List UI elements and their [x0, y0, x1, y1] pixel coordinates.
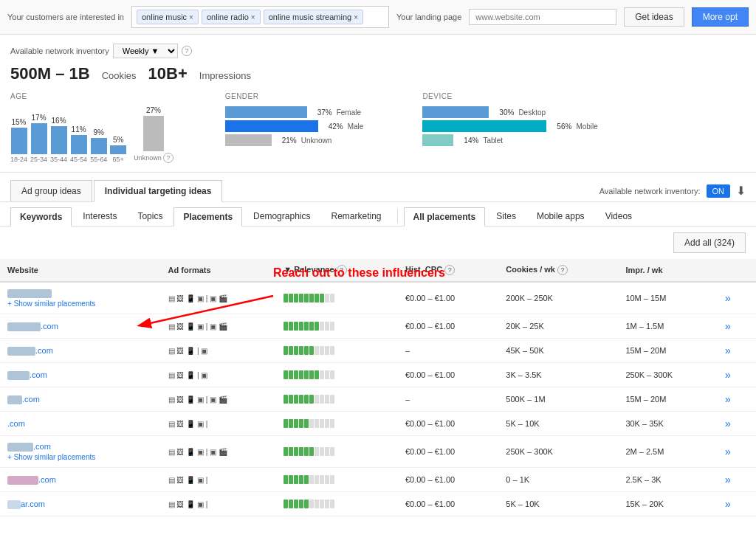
show-similar-1[interactable]: Show similar placements: [7, 300, 154, 308]
tag-online-music-remove[interactable]: ×: [189, 13, 193, 21]
row-action-8[interactable]: »: [722, 472, 734, 487]
table-row: .com ▤ 🖼 📱 ▣ | ▣ 🎬: [0, 314, 756, 339]
get-ideas-button[interactable]: Get ideas: [624, 7, 684, 27]
cookies-impressions: 500M – 1B Cookies 10B+ Impressions: [10, 64, 746, 83]
tag-online-radio-remove[interactable]: ×: [251, 13, 255, 21]
sub-tab-videos[interactable]: Videos: [596, 207, 642, 226]
table-row: .com Show similar placements ▤ 🖼 📱 ▣ | ▣…: [0, 436, 756, 468]
relevance-cell: [276, 387, 398, 412]
network-period-dropdown[interactable]: Weekly ▼: [113, 44, 178, 58]
gender-title: GENDER: [225, 92, 364, 100]
sub-tab-remarketing[interactable]: Remarketing: [321, 207, 391, 226]
col-relevance[interactable]: ▼ Relevance ?: [276, 259, 398, 282]
cookies-help[interactable]: ?: [557, 265, 568, 275]
tag-online-music[interactable]: online music ×: [137, 10, 199, 24]
sub-tab-all-placements[interactable]: All placements: [404, 207, 486, 227]
interest-label: Your customers are interested in: [7, 13, 124, 21]
ad-formats-cell: ▤ 🖼 📱 ▣ | ▣ 🎬: [161, 282, 277, 314]
add-all-row: Add all (324): [0, 227, 756, 259]
relevance-cell: [276, 436, 398, 468]
age-unknown: 27% Unknown ?: [134, 106, 173, 163]
device-row-desktop: 30% Desktop: [422, 106, 597, 118]
download-icon[interactable]: ⬇: [736, 184, 746, 198]
ad-formats-cell: ▤ 🖼 📱 ▣ | ▣ 🎬: [161, 387, 277, 412]
landing-page-input[interactable]: [469, 9, 616, 25]
sub-tab-interests[interactable]: Interests: [73, 207, 126, 226]
network-label: Available network inventory Weekly ▼ ?: [10, 44, 746, 58]
row-action-7[interactable]: »: [722, 444, 734, 459]
tag-online-music-streaming[interactable]: online music streaming ×: [264, 10, 363, 24]
ad-formats-cell: ▤ 🖼 📱 ▣ |: [161, 412, 277, 436]
action-cell: »: [715, 282, 756, 314]
network-help-icon[interactable]: ?: [182, 46, 192, 56]
tags-container: online music × online radio × online mus…: [131, 6, 389, 28]
ad-formats-cell: ▤ 🖼 📱 ▣ | ▣ 🎬: [161, 314, 277, 339]
age-bar-35-44: 16% 35-44: [50, 117, 67, 163]
device-row-mobile: 56% Mobile: [422, 120, 597, 132]
sub-tab-demographics[interactable]: Demographics: [244, 207, 320, 226]
hist-cpc-help[interactable]: ?: [444, 265, 455, 275]
website-cell: .com: [0, 339, 161, 363]
relevance-cell: [276, 468, 398, 492]
website-cell: .com: [0, 314, 161, 339]
gender-row-female: 37% Female: [225, 106, 364, 118]
row-action-6[interactable]: »: [722, 416, 734, 431]
sub-tab-placements[interactable]: Placements: [173, 207, 242, 227]
row-action-2[interactable]: »: [722, 319, 734, 334]
ad-formats-cell: ▤ 🖼 📱 | ▣: [161, 363, 277, 387]
inventory-toggle[interactable]: ON: [707, 184, 731, 198]
row-action-1[interactable]: »: [722, 291, 734, 305]
table-row: Show similar placements ▤ 🖼 📱 ▣ | ▣ 🎬: [0, 282, 756, 314]
hist-cpc-cell: €0.00 – €1.00: [398, 282, 498, 314]
age-bar-45-54: 11% 45-54: [70, 125, 87, 163]
ad-formats-cell: ▤ 🖼 📱 ▣ |: [161, 468, 277, 492]
website-cell: .com: [0, 412, 161, 436]
more-options-button[interactable]: More opt: [692, 7, 749, 27]
relevance-help[interactable]: ?: [337, 265, 347, 275]
website-cell: .com: [0, 363, 161, 387]
row-action-5[interactable]: »: [722, 392, 734, 407]
age-bar-65plus: 5% 65+: [110, 136, 126, 163]
gender-row-male: 42% Male: [225, 120, 364, 132]
relevance-cell: [276, 314, 398, 339]
device-title: DEVICE: [422, 92, 597, 100]
tab-ad-group-ideas[interactable]: Ad group ideas: [10, 180, 92, 201]
stats-area: Available network inventory Weekly ▼ ? 5…: [0, 35, 756, 173]
table-container: Website Ad formats ▼ Relevance ? Hist. C…: [0, 259, 756, 516]
sub-tab-keywords[interactable]: Keywords: [10, 207, 72, 227]
gender-row-unknown: 21% Unknown: [225, 134, 364, 146]
row-action-4[interactable]: »: [722, 367, 734, 382]
col-website: Website: [0, 259, 161, 282]
table-row: .com ▤ 🖼 📱 ▣ |: [0, 468, 756, 492]
age-unknown-help[interactable]: ?: [163, 153, 173, 163]
col-hist-cpc: Hist. CPC ?: [398, 259, 498, 282]
age-bars: 15% 18-24 17% 25-34 16% 35-44: [10, 119, 126, 163]
table-body: Show similar placements ▤ 🖼 📱 ▣ | ▣ 🎬: [0, 282, 756, 516]
sub-tabs-row: Keywords Interests Topics Placements Dem…: [0, 202, 756, 227]
main-tabs-right: Available network inventory: ON ⬇: [599, 184, 746, 198]
show-similar-7[interactable]: Show similar placements: [7, 453, 154, 461]
sub-tab-sites[interactable]: Sites: [487, 207, 526, 226]
blurred-website-1: [7, 289, 52, 298]
gender-section: GENDER 37% Female 42% Male 21% Unknown: [225, 92, 364, 146]
tag-online-radio[interactable]: online radio ×: [202, 10, 261, 24]
col-impr-wk: Impr. / wk: [618, 259, 715, 282]
table-row: ar.com ▤ 🖼 📱 ▣ |: [0, 492, 756, 516]
gender-bars: 37% Female 42% Male 21% Unknown: [225, 106, 364, 146]
relevance-cell: [276, 363, 398, 387]
network-label-text: Available network inventory: [10, 46, 109, 55]
age-bar-25-34: 17% 25-34: [30, 114, 47, 163]
device-bars: 30% Desktop 56% Mobile 14% Tablet: [422, 106, 597, 148]
sub-tab-mobile-apps[interactable]: Mobile apps: [527, 207, 594, 226]
row-action-9[interactable]: »: [722, 497, 734, 511]
tab-individual-targeting[interactable]: Individual targeting ideas: [94, 180, 223, 202]
table-row: .com ▤ 🖼 📱 ▣ |: [0, 412, 756, 436]
add-all-button[interactable]: Add all (324): [673, 232, 746, 253]
row-action-3[interactable]: »: [722, 343, 734, 358]
device-row-tablet: 14% Tablet: [422, 134, 597, 146]
main-tabs-left: Ad group ideas Individual targeting idea…: [10, 180, 222, 201]
relevance-cell: [276, 492, 398, 516]
sub-tab-topics[interactable]: Topics: [128, 207, 172, 226]
sub-tabs-separator: [397, 209, 398, 224]
tag-online-music-streaming-remove[interactable]: ×: [354, 13, 358, 21]
